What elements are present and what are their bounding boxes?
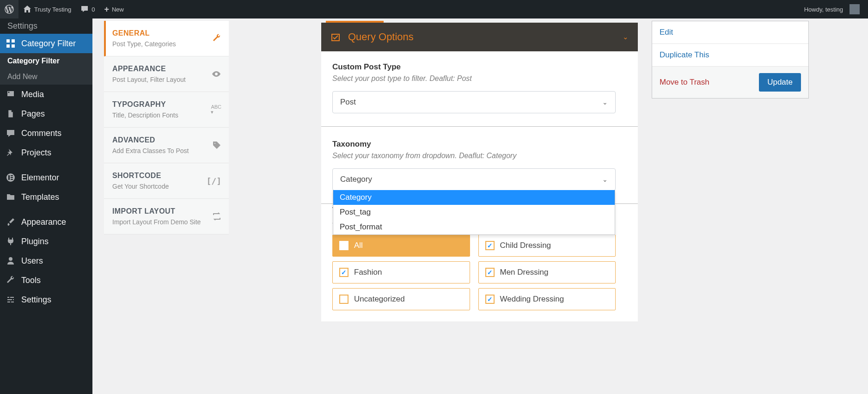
field-taxonomy: Taxonomy Select your taxonomy from dropd… (321, 140, 627, 191)
term-label: Wedding Dressing (500, 295, 564, 304)
dropdown-option[interactable]: Post_tag (333, 205, 615, 220)
select-value: Post (340, 98, 356, 107)
svg-rect-0 (6, 39, 10, 43)
checkbox-icon: ✓ (485, 295, 495, 304)
options-panel: Query Options ⌄ Custom Post Type Select … (321, 21, 638, 321)
field-label: Custom Post Type (332, 62, 616, 72)
sidebar-templates[interactable]: Templates (0, 187, 92, 207)
taxonomy-select[interactable]: Category ⌄ Category Post_tag Post_format (332, 168, 616, 191)
user-menu[interactable]: Howdy, testing (800, 0, 864, 18)
tab-shortcode[interactable]: SHORTCODE Get Your Shortcode [/] (104, 163, 229, 199)
taxonomy-dropdown: Category Post_tag Post_format (333, 190, 615, 235)
adminbar-left: Trusty Testing 0 + New (0, 0, 128, 18)
term-label: Men Dressing (500, 268, 549, 277)
term-item[interactable]: ✓ Men Dressing (478, 261, 616, 283)
pin-icon (6, 148, 16, 158)
svg-rect-1 (6, 44, 10, 48)
wp-sidebar: Settings Category Filter Category Filter… (0, 18, 92, 394)
tab-label: ADVANCED (112, 136, 189, 144)
publish-footer: Move to Trash Update (652, 67, 808, 98)
dropdown-option[interactable]: Post_format (333, 220, 615, 234)
sidebar-settings[interactable]: Settings (0, 290, 92, 309)
comments-link[interactable]: 0 (76, 0, 99, 18)
sidebar-label: Pages (21, 109, 45, 119)
sidebar-pages[interactable]: Pages (0, 104, 92, 123)
new-content[interactable]: + New (99, 0, 128, 18)
sidebar-sub-category-filter[interactable]: Category Filter (0, 53, 92, 69)
check-icon (330, 32, 341, 42)
svg-rect-5 (8, 175, 10, 180)
svg-rect-6 (11, 175, 13, 176)
svg-rect-8 (11, 179, 13, 180)
sidebar-comments[interactable]: Comments (0, 123, 92, 143)
dropdown-option[interactable]: Category (333, 190, 615, 205)
svg-point-9 (9, 257, 12, 261)
tab-desc: Post Layout, Filter Layout (112, 76, 186, 83)
sidebar-category-filter[interactable]: Category Filter (0, 34, 92, 53)
sidebar-label: Plugins (21, 237, 49, 246)
chevron-down-icon: ⌄ (623, 33, 629, 41)
update-button[interactable]: Update (759, 73, 801, 92)
sidebar-projects[interactable]: Projects (0, 143, 92, 162)
panel-header[interactable]: Query Options ⌄ (321, 23, 638, 51)
wrench-icon (212, 34, 221, 43)
edit-link[interactable]: Edit (660, 28, 673, 37)
wrench-icon (6, 275, 16, 285)
checkbox-icon: ✓ (485, 241, 495, 250)
sidebar-elementor[interactable]: Elementor (0, 168, 92, 187)
wp-logo[interactable] (0, 0, 18, 18)
howdy-text: Howdy, testing (804, 6, 843, 13)
term-label: Uncategorized (354, 295, 405, 304)
duplicate-row: Duplicate This (652, 44, 808, 67)
cpt-select[interactable]: Post ⌄ (332, 91, 616, 113)
settings-tabs: GENERAL Post Type, Categories APPEARANCE… (104, 21, 229, 234)
tab-label: SHORTCODE (112, 172, 169, 180)
term-all[interactable]: ✓ All (332, 234, 470, 257)
term-item[interactable]: ✓ Child Dressing (478, 234, 616, 257)
folder-icon (6, 192, 16, 202)
tab-advanced[interactable]: ADVANCED Add Extra Classes To Post (104, 128, 229, 163)
brush-icon (6, 217, 16, 227)
sidebar-partial-item[interactable]: Settings (0, 18, 92, 34)
sidebar-label: Category Filter (21, 39, 76, 49)
checkbox-icon: ✓ (339, 268, 348, 277)
tab-import[interactable]: IMPORT LAYOUT Import Layout From Demo Si… (104, 199, 229, 234)
checkbox-icon: ✓ (339, 295, 348, 304)
tab-label: TYPOGRAPHY (112, 100, 178, 109)
panel-body: Custom Post Type Select your post type t… (321, 51, 638, 321)
sidebar-sub-add-new[interactable]: Add New (0, 69, 92, 85)
tab-general[interactable]: GENERAL Post Type, Categories (104, 21, 229, 56)
site-name[interactable]: Trusty Testing (18, 0, 76, 18)
checkbox-icon: ✓ (485, 268, 495, 277)
loop-icon (212, 212, 221, 221)
svg-rect-2 (12, 39, 15, 43)
field-desc: Select your post type to filter. Deaflut… (332, 74, 616, 83)
adminbar-right: Howdy, testing (800, 0, 868, 18)
font-icon: ABC▾ (211, 105, 221, 115)
duplicate-link[interactable]: Duplicate This (660, 50, 709, 59)
tab-desc: Import Layout From Demo Site (112, 218, 201, 226)
sidebar-label: Media (21, 90, 44, 99)
sidebar-appearance[interactable]: Appearance (0, 212, 92, 232)
sidebar-plugins[interactable]: Plugins (0, 232, 92, 251)
sidebar-users[interactable]: Users (0, 251, 92, 271)
sidebar-label: Projects (21, 148, 51, 158)
term-item[interactable]: ✓ Fashion (332, 261, 470, 283)
sidebar-tools[interactable]: Tools (0, 271, 92, 290)
tab-typography[interactable]: TYPOGRAPHY Title, Description Fonts ABC▾ (104, 92, 229, 128)
comments-icon (6, 128, 16, 138)
sidebar-label: Templates (21, 192, 59, 202)
select-value: Category (340, 175, 372, 184)
term-item[interactable]: ✓ Wedding Dressing (478, 288, 616, 310)
media-icon (6, 89, 16, 99)
comments-count: 0 (92, 6, 95, 13)
tab-appearance[interactable]: APPEARANCE Post Layout, Filter Layout (104, 56, 229, 92)
term-item[interactable]: ✓ Uncategorized (332, 288, 470, 310)
sidebar-media[interactable]: Media (0, 85, 92, 104)
tab-desc: Post Type, Categories (112, 40, 176, 48)
chevron-down-icon: ⌄ (602, 176, 608, 183)
trash-link[interactable]: Move to Trash (660, 78, 709, 87)
term-label: Child Dressing (500, 241, 551, 250)
pages-icon (6, 109, 16, 119)
tab-label: GENERAL (112, 29, 176, 37)
